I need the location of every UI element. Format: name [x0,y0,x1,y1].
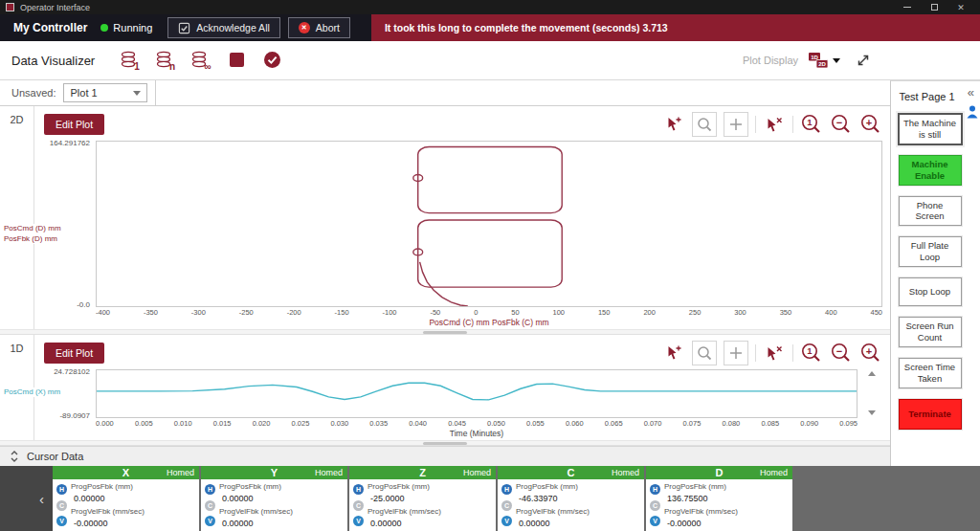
expander-chevrons-icon[interactable] [10,450,19,463]
axis-homed-badge: Homed [167,466,194,479]
svg-text:−: − [836,345,842,357]
tabs-separator [155,80,156,105]
plot-tabs-row: Unsaved: Plot 1 [0,80,890,106]
svg-text:1: 1 [134,61,140,72]
minimize-icon [903,7,911,8]
homed-badge-icon: H [501,484,512,495]
running-status-icon [100,24,108,32]
controller-header: My Controller Running Acknowledge All ✕ … [0,14,980,41]
crosshair-tool-icon[interactable] [724,341,748,365]
svg-text:+: + [866,117,872,128]
plot-display-group: Plot Display 1D2D [743,48,877,73]
zoom-in-icon[interactable]: + [859,342,882,365]
scroll-up-icon[interactable] [868,371,876,376]
zoom-in-icon[interactable]: + [859,113,882,136]
magnifier-tool-icon[interactable] [692,112,717,137]
plot-content-column: Unsaved: Plot 1 2D Edit Plot [0,80,890,466]
add-data-cursor-icon[interactable] [662,113,685,136]
n-axis-icon[interactable]: n [153,48,180,73]
splitter-handle[interactable] [423,442,467,445]
abort-label: Abort [316,22,340,33]
series-label: PosCmd (D) mm [4,224,61,233]
plot-2d-tools: 1 − + [662,112,882,137]
sidebar-button-machine-enable[interactable]: Machine Enable [899,155,962,186]
running-status-label: Running [113,22,152,33]
tool-separator [792,116,793,133]
data-visualizer-title: Data Visualizer [11,54,95,68]
cursor-data-label: Cursor Data [27,451,83,462]
acknowledge-all-button[interactable]: Acknowledge All [167,17,279,38]
axis-card-z: ZHomed H C V ProgPosFbk (mm) -25.0000 Pr… [349,466,496,531]
zoom-100-icon[interactable]: 1 [800,113,823,136]
close-button[interactable]: ✕ [947,0,974,14]
plot-splitter [0,440,890,446]
plot-display-label: Plot Display [743,55,798,66]
plot-2d-trace [97,142,881,306]
svg-text:2D: 2D [818,61,826,67]
sidebar-button-screen-run-count[interactable]: Screen Run Count [899,317,962,347]
svg-text:n: n [169,61,175,72]
homed-badge-icon: H [205,484,215,495]
v-badge-icon: V [353,516,364,526]
edit-plot-button-1d[interactable]: Edit Plot [44,343,104,364]
window-title: Operator Interface [20,3,90,12]
axis-scroll-left[interactable]: ‹ [0,466,53,531]
c-badge-icon: C [205,500,215,511]
magnifier-tool-icon[interactable] [692,341,717,365]
axis-homed-badge: Homed [760,466,788,479]
remove-cursors-icon[interactable] [763,113,786,136]
plot-2d-canvas[interactable] [96,141,882,307]
scroll-down-icon[interactable] [868,410,876,415]
sidebar-button-terminate[interactable]: Terminate [899,399,962,430]
zoom-out-icon[interactable]: − [830,113,853,136]
plot-select-value: Plot 1 [70,87,97,99]
remove-cursors-icon[interactable] [763,342,786,365]
collapse-sidebar-icon[interactable]: « [968,86,974,99]
add-data-cursor-icon[interactable] [662,342,685,365]
plot-1d-section: 1D Edit Plot [0,335,890,440]
plot-2d-wrap: 164.291762 -0.0 -400-350-300-250-200-150… [34,141,882,329]
abort-button[interactable]: ✕ Abort [288,17,350,38]
stop-capture-icon[interactable] [224,48,251,73]
sidebar-button-full-plate-loop[interactable]: Full Plate Loop [899,236,962,267]
plot-display-1d2d-icon: 1D2D [808,52,829,69]
plot-1d-canvas[interactable] [96,369,858,418]
zoom-out-icon[interactable]: − [830,342,853,365]
plot-2d-series-labels: PosCmd (D) mm PosFbk (D) mm [4,224,61,244]
unsaved-label: Unsaved: [11,87,56,99]
homed-badge-icon: H [650,484,660,495]
single-axis-icon[interactable]: 1 [118,48,145,73]
infinite-axis-icon[interactable]: ∞ [189,48,215,73]
svg-text:1: 1 [807,117,813,127]
apply-check-icon[interactable] [259,48,286,73]
plot-select-dropdown[interactable]: Plot 1 [63,83,147,102]
plot-1d-tools: 1 − + [662,341,882,365]
minimize-button[interactable] [894,0,921,14]
v-badge-icon: V [205,516,215,526]
edit-plot-button-2d[interactable]: Edit Plot [44,114,104,135]
crosshair-tool-icon[interactable] [724,112,748,137]
plot-1d-toolbar-row: Edit Plot [44,341,882,365]
sidebar-button-phone-screen[interactable]: Phone Screen [899,196,962,227]
plot-1d-trace [97,370,857,417]
signal-value: -46.33970 [516,494,640,503]
expand-view-icon[interactable] [850,48,877,73]
sidebar-button-the-machine-is-still[interactable]: The Machine is still [899,114,962,144]
plot-1d-x-axis-label: Time (Minutes) [96,429,858,440]
data-visualizer-toolbar: Data Visualizer 1 n ∞ Plot Display 1D2D [0,41,980,80]
plot-display-mode-dropdown[interactable]: 1D2D [808,48,840,73]
signal-value: -25.0000 [368,494,492,503]
sidebar-button-stop-loop[interactable]: Stop Loop [899,277,962,306]
signal-label: ProgVelFbk (mm/sec) [219,507,344,516]
plot-1d-scrollbar[interactable] [865,369,879,417]
v-badge-icon: V [650,516,660,526]
axis-card-d: DHomed H C V ProgPosFbk (mm) 136.75500 P… [646,466,792,531]
sidebar-button-screen-time-taken[interactable]: Screen Time Taken [899,358,962,388]
maximize-button[interactable] [921,0,947,14]
c-badge-icon: C [650,500,660,511]
axis-card-y: YHomed H C V ProgPosFbk (mm) 0.00000 Pro… [201,466,347,531]
connection-status-icon [966,104,979,122]
zoom-100-icon[interactable]: 1 [800,342,823,365]
splitter-handle[interactable] [423,331,467,334]
main-area: Unsaved: Plot 1 2D Edit Plot [0,80,980,466]
